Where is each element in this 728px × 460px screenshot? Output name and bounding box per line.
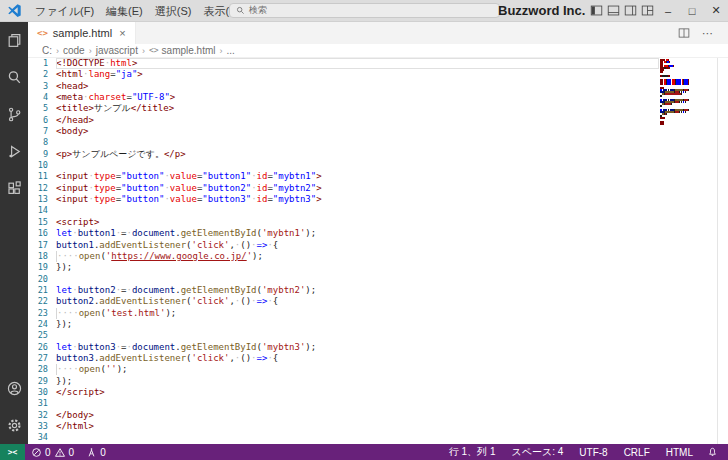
code-text: <input·type="button"·value="button1"·id=… [56,171,322,182]
code-line[interactable]: 2<html·lang="ja"> [28,69,728,80]
source-control-icon[interactable] [0,96,28,133]
code-line[interactable]: 33</html> [28,421,728,432]
run-debug-icon[interactable] [0,133,28,170]
code-text: </html> [56,421,94,432]
minimap-line [660,125,700,127]
code-text: <html·lang="ja"> [56,69,143,80]
line-number: 26 [28,342,48,353]
line-number: 5 [28,103,48,114]
code-line[interactable]: 11<input·type="button"·value="button1"·i… [28,171,728,182]
ports-status[interactable]: 0 [80,444,112,460]
close-window-button[interactable]: ✕ [704,0,728,22]
toggle-sidebar-icon[interactable] [588,0,605,22]
minimap[interactable] [660,59,700,127]
maximize-button[interactable]: □ [680,0,704,22]
line-number: 20 [28,274,48,285]
command-center-search[interactable]: 検索 [229,3,500,18]
code-line[interactable]: 18····open('https://www.google.co.jp/'); [28,251,728,262]
code-line[interactable]: 29}); [28,376,728,387]
line-number: 7 [28,126,48,137]
code-line[interactable]: 19}); [28,262,728,273]
code-line[interactable]: 9<p>サンプルページです。</p> [28,149,728,160]
code-line[interactable]: 28····open(''); [28,364,728,375]
code-line[interactable]: 24}); [28,319,728,330]
activity-bar [0,22,28,444]
code-line[interactable]: 7<body> [28,126,728,137]
status-item-3[interactable]: CRLF [616,444,658,460]
breadcrumb-item[interactable]: C: [42,45,52,56]
more-actions-icon[interactable]: ⋯ [696,27,719,40]
code-area[interactable]: 1<!DOCTYPE·html>2<html·lang="ja">3<head>… [28,58,728,444]
menu-item-0[interactable]: ファイル(F) [29,0,100,22]
code-line[interactable]: 3<head> [28,81,728,92]
line-number: 10 [28,160,48,171]
code-line[interactable]: 30</script> [28,387,728,398]
breadcrumb-item[interactable]: sample.html [162,45,216,56]
code-line[interactable]: 1<!DOCTYPE·html> [28,58,728,69]
extensions-icon[interactable] [0,170,28,207]
search-sidebar-icon[interactable] [0,59,28,96]
code-line[interactable]: 10 [28,160,728,171]
status-item-4[interactable]: HTML [658,444,701,460]
line-number: 33 [28,421,48,432]
settings-gear-icon[interactable] [0,407,28,444]
code-line[interactable]: 23····open('test.html'); [28,308,728,319]
search-icon [236,6,245,15]
minimize-button[interactable]: – [656,0,680,22]
code-line[interactable]: 21let·button2·=·document.getElementById(… [28,285,728,296]
status-item-1[interactable]: スペース: 4 [503,444,571,460]
problems-status[interactable]: 0 0 [25,444,80,460]
status-item-0[interactable]: 行 1、列 1 [441,444,504,460]
code-line[interactable]: 17button1.addEventListener('click',·()·=… [28,240,728,251]
code-line[interactable]: 20 [28,274,728,285]
breadcrumb-separator: › [219,46,222,56]
code-line[interactable]: 27button3.addEventListener('click',·()·=… [28,353,728,364]
code-line[interactable]: 13<input·type="button"·value="button3"·i… [28,194,728,205]
code-line[interactable]: 5<title>サンプル</title> [28,103,728,114]
code-text: </body> [56,410,94,421]
code-line[interactable]: 14 [28,205,728,216]
radio-tower-icon [86,447,97,458]
line-number: 8 [28,137,48,148]
code-line[interactable]: 4<meta·charset="UTF-8"> [28,92,728,103]
notifications-bell[interactable] [701,444,728,460]
code-line[interactable]: 15<script> [28,217,728,228]
breadcrumb-item[interactable]: code [63,45,85,56]
code-line[interactable]: 12<input·type="button"·value="button2"·i… [28,183,728,194]
line-number: 9 [28,149,48,160]
editor[interactable]: 1<!DOCTYPE·html>2<html·lang="ja">3<head>… [28,58,728,444]
menu-item-1[interactable]: 編集(E) [100,0,149,22]
tab-close-icon[interactable]: × [119,27,125,39]
code-line[interactable]: 8 [28,137,728,148]
remote-indicator[interactable]: >< [0,444,25,460]
line-number: 17 [28,240,48,251]
line-number: 32 [28,410,48,421]
code-text: </head> [56,115,94,126]
breadcrumb-item[interactable]: javascript [96,45,138,56]
line-number: 15 [28,217,48,228]
explorer-icon[interactable] [0,22,28,59]
customize-layout-icon[interactable] [639,0,656,22]
toggle-panel-icon[interactable] [605,0,622,22]
code-line[interactable]: 34 [28,432,728,443]
code-line[interactable]: 16let·button1·=·document.getElementById(… [28,228,728,239]
breadcrumb-item[interactable]: ... [226,45,234,56]
titlebar-actions: – □ ✕ [588,0,728,22]
code-text: <script> [56,217,99,228]
code-line[interactable]: 32</body> [28,410,728,421]
accounts-icon[interactable] [0,370,28,407]
split-editor-icon[interactable] [672,27,696,39]
status-item-2[interactable]: UTF-8 [571,444,615,460]
code-line[interactable]: 31 [28,398,728,409]
line-number: 1 [28,58,48,69]
code-line[interactable]: 26let·button3·=·document.getElementById(… [28,342,728,353]
code-line[interactable]: 22button2.addEventListener('click',·()·=… [28,296,728,307]
breadcrumb[interactable]: C:›code›javascript›<>sample.html›... [28,44,728,58]
menu-item-2[interactable]: 選択(S) [149,0,198,22]
code-line[interactable]: 6</head> [28,115,728,126]
toggle-secondary-sidebar-icon[interactable] [622,0,639,22]
code-line[interactable]: 25 [28,330,728,341]
tab-sample-html[interactable]: <> sample.html × [28,22,136,44]
line-number: 31 [28,398,48,409]
code-text: </script> [56,387,105,398]
